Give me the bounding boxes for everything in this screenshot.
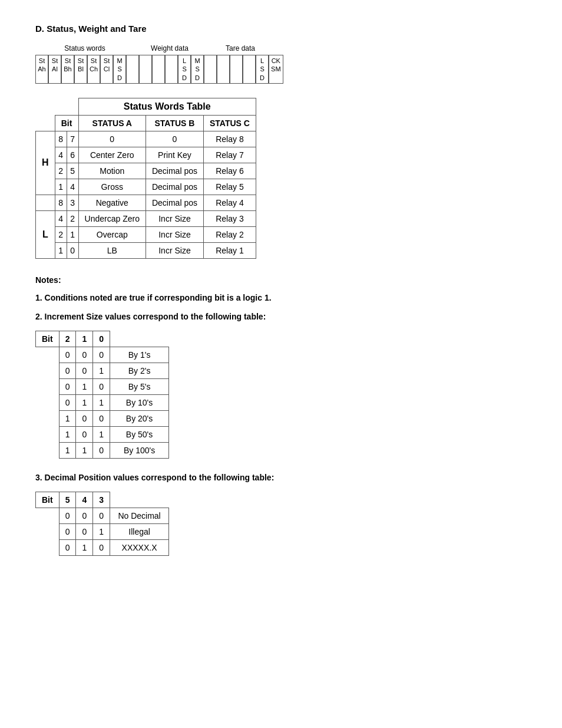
box-st-cl: StCl	[100, 55, 113, 84]
table-row: H 8 7 0 0 Relay 8	[36, 131, 256, 147]
status-b-8: Incr Size	[146, 242, 203, 258]
dec-col-4: 4	[76, 492, 93, 508]
status-c-7: Relay 2	[203, 226, 256, 242]
bit-h-4: 1	[55, 179, 67, 195]
diagram-boxes: StAh StAl StBh StBl StCh StCl MSD LSD MS…	[35, 55, 527, 84]
col-header-status-b: STATUS B	[146, 115, 203, 131]
diagram-labels: Status words Weight data Tare data	[35, 44, 527, 52]
incr-col-0: 0	[93, 331, 110, 347]
table-row: 8 3 Negative Decimal pos Relay 4	[36, 195, 256, 210]
table-row: L 4 2 Undercap Zero Incr Size Relay 3	[36, 210, 256, 226]
table-title: Status Words Table	[78, 98, 256, 115]
status-a-5: Negative	[78, 195, 146, 210]
table-row: 4 6 Center Zero Print Key Relay 7	[36, 147, 256, 163]
box-st-bh: StBh	[61, 55, 74, 84]
bit-l-2: 6	[67, 147, 78, 163]
box-empty4	[165, 55, 178, 84]
status-c-5: Relay 4	[203, 195, 256, 210]
dec-col-3: 3	[93, 492, 110, 508]
table-row: 1 0 LB Incr Size Relay 1	[36, 242, 256, 258]
status-c-8: Relay 1	[203, 242, 256, 258]
bit-l-6: 2	[67, 210, 78, 226]
box-empty2	[139, 55, 152, 84]
incr-row-4: 011 By 10's	[36, 394, 169, 410]
incr-row-3: 010 By 5's	[36, 378, 169, 394]
note-3: 3. Decimal Position values correspond to…	[35, 473, 527, 482]
status-a-1: 0	[78, 131, 146, 147]
status-words-table: Status Words Table Bit STATUS A STATUS B…	[35, 98, 256, 259]
bit-h-5: 8	[55, 195, 67, 210]
incr-row-1: 000 By 1's	[36, 347, 169, 363]
bit-h-8: 1	[55, 242, 67, 258]
status-a-3: Motion	[78, 163, 146, 179]
col-header-bit: Bit	[55, 115, 78, 131]
box-empty5	[204, 55, 217, 84]
status-a-8: LB	[78, 242, 146, 258]
note-1: 1. Conditions noted are true if correspo…	[35, 293, 527, 302]
status-a-6: Undercap Zero	[78, 210, 146, 226]
incr-row-2: 001 By 2's	[36, 363, 169, 378]
label-weight-data: Weight data	[134, 44, 205, 52]
table-row: 2 1 Overcap Incr Size Relay 2	[36, 226, 256, 242]
status-b-2: Print Key	[146, 147, 203, 163]
box-empty3	[152, 55, 165, 84]
bit-h-2: 4	[55, 147, 67, 163]
bit-l-5: 3	[67, 195, 78, 210]
notes-title: Notes:	[35, 275, 527, 285]
status-c-6: Relay 3	[203, 210, 256, 226]
decimal-pos-table: Bit 5 4 3 000 No Decimal 001 Illegal 010…	[35, 492, 169, 556]
status-b-4: Decimal pos	[146, 179, 203, 195]
label-tare-data: Tare data	[205, 44, 276, 52]
dec-col-5: 5	[59, 492, 76, 508]
bit-l-4: 4	[67, 179, 78, 195]
box-st-bl: StBl	[74, 55, 87, 84]
box-st-ah: StAh	[35, 55, 48, 84]
box-msd: MSD	[113, 55, 126, 84]
incr-col-1: 1	[76, 331, 93, 347]
incr-size-table: Bit 2 1 0 000 By 1's 001 By 2's 010 By 5…	[35, 331, 169, 459]
box-empty7	[230, 55, 243, 84]
status-a-7: Overcap	[78, 226, 146, 242]
status-c-2: Relay 7	[203, 147, 256, 163]
status-a-4: Gross	[78, 179, 146, 195]
box-st-al: StAl	[48, 55, 61, 84]
bit-l-1: 7	[67, 131, 78, 147]
hl-label-h: H	[36, 131, 55, 195]
dec-row-3: 010 XXXXX.X	[36, 539, 169, 555]
status-words-table-container: Status Words Table Bit STATUS A STATUS B…	[35, 98, 527, 259]
dec-col-bit: Bit	[36, 492, 59, 508]
bit-h-1: 8	[55, 131, 67, 147]
incr-row-6: 101 By 50's	[36, 426, 169, 442]
box-st-ch: StCh	[87, 55, 100, 84]
dec-row-2: 001 Illegal	[36, 523, 169, 539]
table-row: 1 4 Gross Decimal pos Relay 5	[36, 179, 256, 195]
box-empty6	[217, 55, 230, 84]
status-b-3: Decimal pos	[146, 163, 203, 179]
bit-l-3: 5	[67, 163, 78, 179]
bit-l-7: 1	[67, 226, 78, 242]
diagram-area: Status words Weight data Tare data StAh …	[35, 44, 527, 84]
col-header-status-a: STATUS A	[78, 115, 146, 131]
incr-col-2: 2	[59, 331, 76, 347]
status-b-1: 0	[146, 131, 203, 147]
bit-h-7: 2	[55, 226, 67, 242]
hl-label-l: L	[36, 210, 55, 258]
box-t-lsd: LSD	[256, 55, 269, 84]
incr-row-7: 110 By 100's	[36, 442, 169, 458]
status-a-2: Center Zero	[78, 147, 146, 163]
label-status-words: Status words	[35, 44, 134, 52]
dec-row-1: 000 No Decimal	[36, 508, 169, 523]
incr-row-5: 100 By 20's	[36, 410, 169, 426]
bit-l-8: 0	[67, 242, 78, 258]
status-b-6: Incr Size	[146, 210, 203, 226]
note-2: 2. Increment Size values correspond to t…	[35, 312, 527, 321]
status-c-3: Relay 6	[203, 163, 256, 179]
bit-h-6: 4	[55, 210, 67, 226]
status-b-5: Decimal pos	[146, 195, 203, 210]
notes-section: Notes: 1. Conditions noted are true if c…	[35, 275, 527, 556]
box-w-msd: MSD	[191, 55, 204, 84]
incr-col-bit: Bit	[36, 331, 59, 347]
section-title: D. Status, Weight and Tare	[35, 24, 527, 34]
status-c-4: Relay 5	[203, 179, 256, 195]
box-empty1	[126, 55, 139, 84]
